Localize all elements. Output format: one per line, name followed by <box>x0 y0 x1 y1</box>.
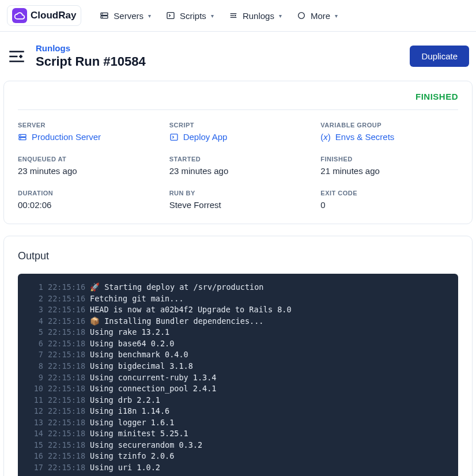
server-icon <box>18 133 27 142</box>
line-number: 8 <box>27 361 43 372</box>
chevron-down-icon: ▾ <box>335 13 338 19</box>
nav-servers[interactable]: Servers ▾ <box>100 11 151 21</box>
started-value: 23 minutes ago <box>169 166 307 176</box>
brand-name: CloudRay <box>31 10 76 21</box>
chevron-down-icon: ▾ <box>211 13 214 19</box>
logo[interactable]: CloudRay <box>7 5 81 26</box>
svg-point-18 <box>20 135 21 136</box>
breadcrumb[interactable]: Runlogs <box>36 43 146 53</box>
line-timestamp: 22:15:16 <box>48 304 85 316</box>
terminal-line: 1422:15:18Using minitest 5.25.1 <box>27 428 449 440</box>
line-text: Using concurrent-ruby 1.3.4 <box>90 372 216 384</box>
vargroup-value: Envs & Secrets <box>335 132 395 142</box>
terminal-line: 922:15:18Using concurrent-ruby 1.3.4 <box>27 372 449 384</box>
line-timestamp: 22:15:16 <box>48 316 85 327</box>
vargroup-label: VARIABLE GROUP <box>320 122 458 129</box>
terminal-line: 1022:15:18Using connection_pool 2.4.1 <box>27 383 449 395</box>
line-number: 16 <box>27 451 43 462</box>
svg-point-2 <box>103 14 103 14</box>
terminal-line: 1722:15:18Using uri 1.0.2 <box>27 462 449 474</box>
nav-more[interactable]: More ▾ <box>297 11 338 21</box>
chevron-down-icon: ▾ <box>148 13 151 19</box>
runby-value: Steve Forrest <box>169 200 307 210</box>
main-nav: Servers ▾ Scripts ▾ Runlogs ▾ More ▾ <box>100 11 338 21</box>
line-timestamp: 22:15:18 <box>48 417 85 429</box>
line-text: Using tzinfo 2.0.6 <box>90 451 174 462</box>
enqueued-value: 23 minutes ago <box>18 166 156 176</box>
output-title: Output <box>18 250 458 262</box>
nav-label: More <box>311 11 330 21</box>
status-badge: FINISHED <box>415 92 458 101</box>
terminal-line: 422:15:16📦 Installing Bundler dependenci… <box>27 316 449 327</box>
line-timestamp: 22:15:18 <box>48 372 85 384</box>
output-card: Output 122:15:16🚀 Starting deploy at /sr… <box>3 236 473 476</box>
duration-label: DURATION <box>18 190 156 197</box>
server-link[interactable]: Production Server <box>18 132 156 142</box>
exitcode-label: EXIT CODE <box>320 190 458 197</box>
line-timestamp: 22:15:18 <box>48 395 85 406</box>
svg-point-19 <box>20 138 21 139</box>
script-link[interactable]: Deploy App <box>169 132 307 142</box>
line-number: 4 <box>27 316 43 327</box>
started-label: STARTED <box>169 156 307 163</box>
line-number: 13 <box>27 417 43 429</box>
terminal-line: 622:15:18Using base64 0.2.0 <box>27 338 449 350</box>
script-label: SCRIPT <box>169 122 307 129</box>
server-label: SERVER <box>18 122 156 129</box>
terminal-line: 1322:15:18Using logger 1.6.1 <box>27 417 449 429</box>
line-text: Using drb 2.2.1 <box>90 395 160 406</box>
finished-value: 21 minutes ago <box>320 166 458 176</box>
duration-value: 00:02:06 <box>18 200 156 210</box>
more-icon <box>297 11 306 20</box>
line-timestamp: 22:15:18 <box>48 428 85 440</box>
terminal-line: 1522:15:18Using securerandom 0.3.2 <box>27 440 449 451</box>
line-number: 9 <box>27 372 43 384</box>
nav-runlogs[interactable]: Runlogs ▾ <box>229 11 282 21</box>
line-text: Using i18n 1.14.6 <box>90 406 169 417</box>
info-card: FINISHED SERVER Production Server SCRIPT… <box>3 81 473 224</box>
page-header: Runlogs Script Run #10584 Duplicate <box>0 32 476 81</box>
nav-label: Runlogs <box>243 11 274 21</box>
line-number: 12 <box>27 406 43 417</box>
line-number: 11 <box>27 395 43 406</box>
line-timestamp: 22:15:18 <box>48 462 85 474</box>
line-number: 6 <box>27 338 43 350</box>
runlog-icon <box>229 11 238 20</box>
line-text: Using logger 1.6.1 <box>90 417 174 429</box>
line-text: Using bigdecimal 3.1.8 <box>90 361 193 372</box>
line-text: Using connection_pool 2.4.1 <box>90 383 216 395</box>
line-timestamp: 22:15:16 <box>48 293 85 305</box>
line-text: Using uri 1.0.2 <box>90 462 160 474</box>
duplicate-button[interactable]: Duplicate <box>410 46 469 67</box>
line-timestamp: 22:15:18 <box>48 383 85 395</box>
line-number: 17 <box>27 462 43 474</box>
line-number: 2 <box>27 293 43 305</box>
line-timestamp: 22:15:18 <box>48 440 85 451</box>
runlog-large-icon <box>7 47 27 66</box>
line-timestamp: 22:15:18 <box>48 349 85 361</box>
svg-point-3 <box>103 17 103 17</box>
terminal-line: 122:15:16🚀 Starting deploy at /srv/produ… <box>27 282 449 293</box>
chevron-down-icon: ▾ <box>279 13 282 19</box>
info-duration: DURATION 00:02:06 <box>18 190 156 210</box>
vargroup-link[interactable]: (x) Envs & Secrets <box>320 132 458 142</box>
terminal-line: 1622:15:18Using tzinfo 2.0.6 <box>27 451 449 462</box>
script-icon <box>166 11 175 20</box>
terminal-line: 1122:15:18Using drb 2.2.1 <box>27 395 449 406</box>
line-text: 🚀 Starting deploy at /srv/production <box>90 282 263 293</box>
line-number: 15 <box>27 440 43 451</box>
info-enqueued: ENQUEUED AT 23 minutes ago <box>18 156 156 176</box>
script-value: Deploy App <box>183 132 228 142</box>
line-text: Using minitest 5.25.1 <box>90 428 188 440</box>
exitcode-value: 0 <box>320 200 458 210</box>
line-text: Fetching git main... <box>90 293 184 305</box>
server-icon <box>100 11 109 20</box>
info-runby: RUN BY Steve Forrest <box>169 190 307 210</box>
nav-scripts[interactable]: Scripts ▾ <box>166 11 214 21</box>
variable-icon: (x) <box>320 132 331 142</box>
terminal-line: 222:15:16Fetching git main... <box>27 293 449 305</box>
terminal-output: 122:15:16🚀 Starting deploy at /srv/produ… <box>18 274 458 476</box>
enqueued-label: ENQUEUED AT <box>18 156 156 163</box>
nav-label: Scripts <box>180 11 206 21</box>
line-number: 3 <box>27 304 43 316</box>
